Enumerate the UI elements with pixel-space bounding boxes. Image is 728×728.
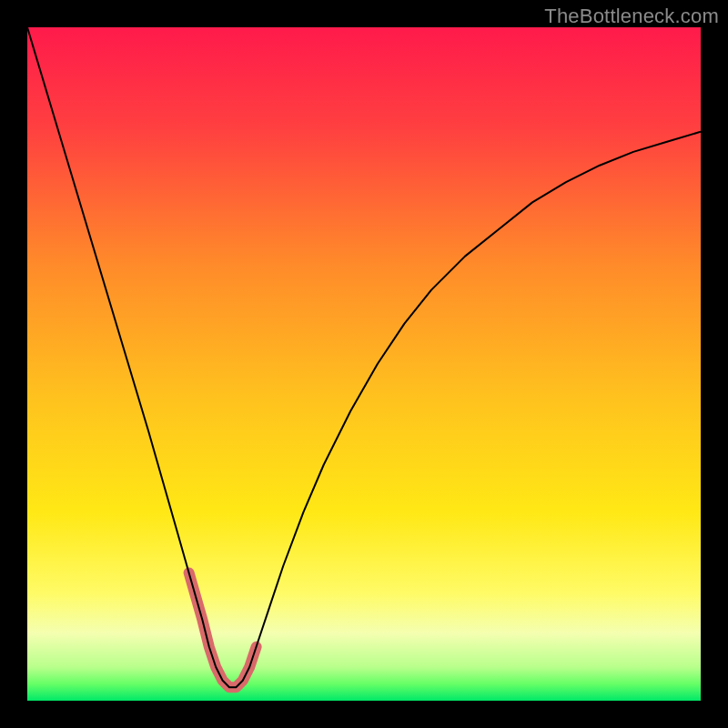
bottleneck-chart [27, 27, 701, 701]
watermark-label: TheBottleneck.com [544, 5, 719, 28]
chart-frame: TheBottleneck.com [0, 0, 728, 728]
